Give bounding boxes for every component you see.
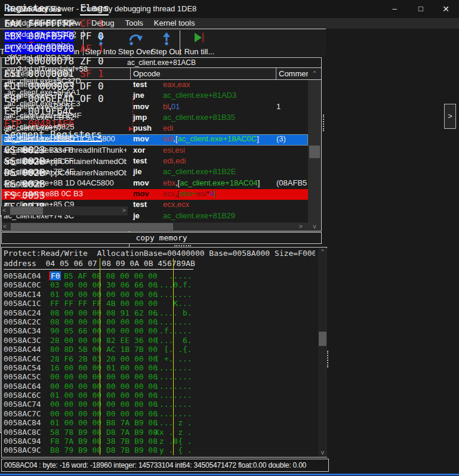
instr-mnemonic: mov (133, 102, 149, 111)
disasm-scroll-up-icon[interactable]: ^ (308, 68, 321, 80)
return-address-item[interactable]: ntdll.RtlGetAppContainerNamedObje (7, 157, 127, 166)
return-address-item[interactable]: vm3dgl.glTranslatef+58 (7, 64, 127, 73)
return-address-item[interactable]: ac_client.exe+5C37D (7, 76, 127, 85)
vertical-splitter-handle[interactable] (323, 115, 324, 131)
instr-args: edi,[ac_client.exe+18AC0C] (163, 134, 259, 143)
return-address-item[interactable]: KERNEL32.BaseThreadInitThunk+19 (7, 146, 127, 154)
return-address-item[interactable]: ac_client.exe+EBE4F (7, 111, 127, 120)
return-scroll-right-icon[interactable]: > (122, 207, 126, 214)
hex-bytes: 58 78 B9 08 D8 7A B9 08 (50, 428, 158, 437)
hex-row[interactable]: 0058AC7400 00 00 00 00 00 00 00........ (2, 400, 317, 409)
window-bottom-border (0, 474, 459, 475)
expand-registers-button[interactable]: > (444, 104, 456, 129)
vertical-splitter-handle[interactable] (327, 351, 328, 367)
hex-bytes: 03 00 00 00 30 06 66 00 (50, 280, 158, 289)
status-bar: 0058AC04 : byte: -16 word: -18960 intege… (1, 459, 329, 472)
arg: eax,eax (163, 80, 190, 89)
instr-args: edi (163, 123, 173, 132)
instr-mnemonic: test (133, 156, 147, 165)
maximize-button[interactable]: □ (409, 0, 433, 18)
hex-bytes: 00 00 00 00 00 00 00 00 (50, 372, 158, 381)
arg: ac_client.exe+18AC04 (180, 178, 257, 187)
arg: ecx,ecx (163, 200, 189, 209)
instr-args: ac_client.exe+81B29 (163, 211, 235, 220)
hex-selected-byte[interactable]: F0 (49, 271, 61, 280)
disasm-row-current-eip[interactable]: >>ac_client.e8B 0C B3 mov ecx,[ebx+esi*4… (2, 189, 308, 200)
hex-row[interactable]: 0058AC8C58 78 B9 08 D8 7A B9 08Xx . z . (2, 428, 317, 437)
hex-column-header: address 04 05 06 07 08 09 0A 0B 456789AB (4, 259, 193, 270)
horizontal-splitter-handle[interactable] (174, 245, 191, 246)
run-till-button[interactable]: Run till... (181, 30, 218, 57)
column-opcode: Opcode (131, 68, 276, 79)
hex-row[interactable]: 0058AC5C00 00 00 00 00 00 00 00........ (2, 372, 317, 381)
hex-row[interactable]: 0058AC3C28 00 00 00 82 EE 36 00(... 6. (2, 336, 317, 345)
toolbar-separator (180, 30, 180, 55)
disasm-horizontal-scrollbar[interactable]: < > (2, 222, 308, 231)
instr-comment: (3) (276, 134, 307, 143)
return-address-item[interactable]: vm3dgl.dll+13CDD2 (7, 30, 127, 39)
instr-args: ecx,[ebx+esi*4] (163, 189, 216, 198)
hex-scroll-down-icon[interactable]: v (318, 449, 327, 457)
hex-row[interactable]: 0058AC8401 00 00 00 B8 7A B9 08.... z . (2, 418, 317, 427)
instr-mnemonic: mov (133, 134, 149, 143)
hex-row[interactable]: 0058AC1401 00 00 00 00 00 00 00........ (2, 290, 317, 299)
instr-mnemonic: jle (133, 167, 141, 176)
hex-bytes: 00 00 00 00 00 00 00 00 (50, 400, 158, 409)
disasm-scroll-right-icon[interactable]: > (299, 223, 303, 230)
close-button[interactable]: ✕ (434, 0, 458, 18)
hex-row[interactable]: 0058AC2C08 00 00 00 00 00 00 00........ (2, 317, 317, 326)
disasm-hscroll-thumb[interactable] (11, 223, 173, 230)
return-address-header: Return Address (7, 5, 61, 14)
segment-value: 0053 (22, 190, 45, 201)
hex-bytes: 80 8D 5B 00 AC 1B 7B 00 (50, 345, 158, 354)
arg: esi,esi (163, 146, 185, 154)
disasm-vertical-scrollbar[interactable] (308, 80, 321, 222)
disasm-vscroll-thumb[interactable] (309, 146, 320, 158)
hex-row[interactable]: 0058AC1CFF FF FF FF 4B 00 00 00 K... (2, 299, 317, 308)
minimize-button[interactable]: – (383, 0, 406, 18)
instr-args: edi,edi (163, 156, 186, 165)
run-till-icon (193, 32, 205, 44)
disasm-scroll-left-icon[interactable]: < (3, 223, 7, 230)
hex-row[interactable]: 0058AC2408 00 00 00 08 91 62 06..... b. (2, 308, 317, 317)
hex-row[interactable]: 0058AC6C01 00 00 00 00 00 00 00........ (2, 391, 317, 400)
return-address-item[interactable]: ntdll.RtlGetAppContainerNamedObje (7, 168, 127, 177)
return-address-item[interactable]: vm3dgl.dll+9D9B8 (7, 42, 127, 51)
hex-row[interactable]: 0058AC7C00 00 00 00 00 00 00 00........ (2, 409, 317, 418)
instr-mnemonic: jne (133, 91, 144, 100)
hex-row[interactable]: 0058AC6400 00 00 00 00 00 00 00........ (2, 382, 317, 391)
hex-row[interactable]: 0058AC4C28 F6 2B 03 20 00 00 00( +. ... (2, 354, 317, 363)
hex-row[interactable]: 0058AC4480 8D 5B 00 AC 1B 7B 00 [. .{. (2, 345, 317, 354)
hex-row[interactable]: 0058AC0C03 00 00 00 30 06 66 00....0.f. (2, 280, 317, 289)
return-hscroll-thumb[interactable] (10, 207, 43, 215)
hex-row[interactable]: 0058AC5416 00 00 00 01 00 00 00........ (2, 363, 317, 372)
hex-bytes: 01 00 00 00 B8 7A B9 08 (50, 418, 158, 427)
hex-row[interactable]: 0058AC3490 05 66 00 00 00 00 00 .f..... (2, 326, 317, 335)
hex-row[interactable]: 0058AC9CB8 79 B9 08 D8 7B B9 08 y . { . (2, 446, 317, 455)
return-address-item[interactable]: vm3dgl.dll+9DA39 (7, 53, 127, 62)
return-address-item[interactable]: 00000000 (7, 180, 127, 189)
return-horizontal-scrollbar[interactable]: < > (1, 206, 128, 215)
hex-bytes: F8 7A B9 08 38 7B B9 08 (50, 437, 158, 446)
instr-mnemonic: je (133, 211, 140, 220)
hex-bytes: 01 00 00 00 00 00 00 00 (50, 391, 158, 400)
hex-vertical-scrollbar[interactable]: ^ v (318, 248, 327, 457)
hex-scroll-up-icon[interactable]: ^ (318, 248, 327, 256)
return-address-item[interactable]: ac_client.exe+6885 (7, 134, 127, 143)
hex-row[interactable]: 0058AC04F0B5 AF 08 08 00 00 00 ..... (2, 271, 317, 280)
return-address-item[interactable]: ac_client.exe+6825 (7, 122, 127, 131)
return-scroll-left-icon[interactable]: < (2, 207, 6, 214)
step-out-button[interactable]: Step Out (153, 30, 180, 57)
copy-memory-button[interactable]: copy memory (1, 232, 322, 244)
return-address-item[interactable]: ac_client.exe+5FAA1 (7, 88, 127, 97)
hex-group-separator-line (100, 258, 100, 455)
hex-vscroll-thumb[interactable] (319, 332, 326, 346)
arg: ] (258, 178, 260, 187)
return-address-item[interactable]: vm3dgl.dll+5DB5CA (7, 18, 127, 27)
menu-item-kernel-tools[interactable]: Kernel tools (149, 18, 201, 29)
hex-row[interactable]: 0058AC94F8 7A B9 08 38 7B B9 08 z .8{ . (2, 437, 317, 446)
hex-address: 0058AC14 (4, 290, 41, 299)
return-address-item[interactable]: ac_client.exe+56EE3 (7, 99, 127, 108)
jump-line (133, 96, 133, 130)
disasm-scroll-down-icon[interactable]: v (308, 222, 321, 231)
